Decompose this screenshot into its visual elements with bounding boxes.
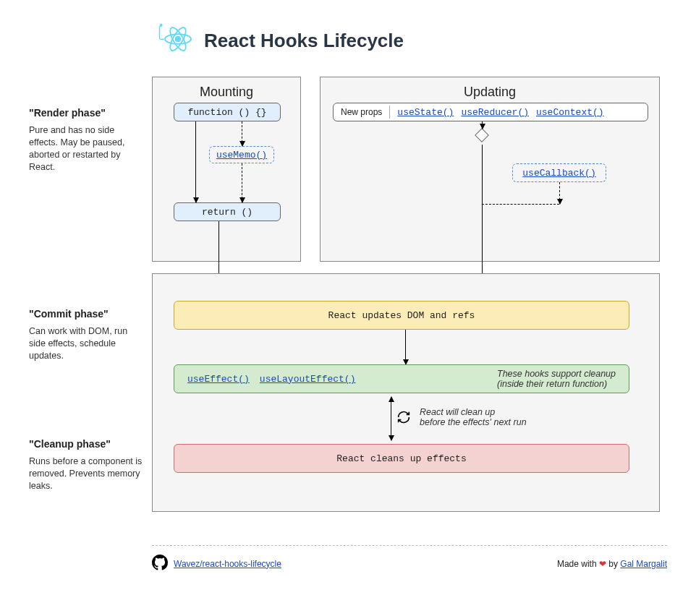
render-phase-text: Pure and has no side effects. May be pau… bbox=[29, 124, 145, 174]
function-label: function () {} bbox=[187, 107, 266, 118]
cleans-up-box: React cleans up effects bbox=[174, 444, 629, 473]
cleanup-phase-text: Runs before a component is removed. Prev… bbox=[29, 455, 145, 492]
arrow-memo-to-return bbox=[242, 163, 242, 202]
page-title: React Hooks Lifecycle bbox=[204, 30, 404, 52]
commit-phase-title: "Commit phase" bbox=[29, 308, 145, 320]
usestate-link[interactable]: useState() bbox=[397, 107, 454, 118]
render-phase-title: "Render phase" bbox=[29, 107, 145, 119]
footer-credit: Made with ❤ by Gal Margalit bbox=[557, 559, 667, 569]
heart-icon: ❤ bbox=[599, 559, 606, 569]
updating-triggers-box: New props useState() useReducer() useCon… bbox=[333, 103, 648, 121]
useeffect-link[interactable]: useEffect() bbox=[187, 374, 250, 385]
usereducer-link[interactable]: useReducer() bbox=[461, 107, 529, 118]
lifecycle-diagram: "Render phase" Pure and has no side effe… bbox=[29, 77, 667, 539]
function-box: function () {} bbox=[174, 103, 281, 121]
arrow-fn-to-return bbox=[195, 121, 196, 202]
author-link[interactable]: Gal Margalit bbox=[620, 559, 667, 569]
usememo-box[interactable]: useMemo() bbox=[209, 146, 274, 163]
commit-phase-text: Can work with DOM, run side effects, sch… bbox=[29, 325, 145, 362]
svg-point-3 bbox=[176, 37, 181, 42]
updating-heading: Updating bbox=[321, 77, 659, 104]
usecallback-box[interactable]: useCallback() bbox=[512, 163, 606, 182]
updates-dom-box: React updates DOM and refs bbox=[174, 301, 629, 330]
arrow-dom-to-effects bbox=[405, 330, 406, 364]
arrow-callback-down bbox=[559, 182, 560, 204]
arrow-fn-to-memo bbox=[242, 121, 242, 146]
svg-point-4 bbox=[160, 24, 163, 27]
arrow-triggers-to-diamond bbox=[482, 121, 483, 129]
effects-note: These hooks support cleanup(inside their… bbox=[497, 369, 616, 389]
usecallback-link[interactable]: useCallback() bbox=[522, 168, 595, 179]
cleanup-phase-title: "Cleanup phase" bbox=[29, 438, 145, 450]
usecontext-link[interactable]: useContext() bbox=[536, 107, 604, 118]
arrow-effects-cleanup-bidir bbox=[391, 397, 391, 440]
repo-link[interactable]: Wavez/react-hooks-lifecycle bbox=[174, 559, 281, 569]
effects-box: useEffect() useLayoutEffect() These hook… bbox=[174, 364, 629, 393]
return-box: return () bbox=[174, 202, 281, 221]
mounting-heading: Mounting bbox=[153, 77, 300, 104]
uselayouteffect-link[interactable]: useLayoutEffect() bbox=[260, 374, 356, 385]
refresh-icon bbox=[396, 409, 412, 428]
cleanup-note: React will clean upbefore the effects' n… bbox=[420, 407, 527, 427]
new-props-label: New props bbox=[341, 107, 382, 117]
usememo-link[interactable]: useMemo() bbox=[216, 150, 267, 161]
github-icon bbox=[152, 555, 168, 573]
react-logo-icon bbox=[152, 22, 195, 59]
return-label: return () bbox=[202, 207, 252, 218]
arrow-callback-merge bbox=[482, 204, 559, 205]
